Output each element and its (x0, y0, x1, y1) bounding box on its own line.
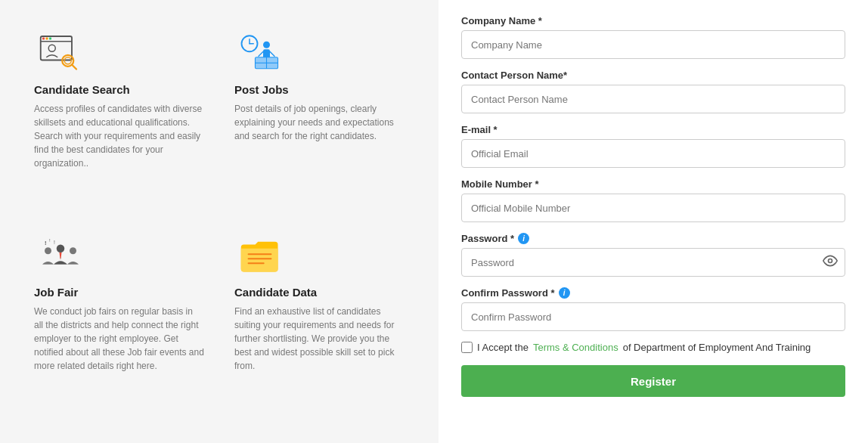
svg-point-5 (48, 45, 55, 51)
email-label: E-mail * (461, 124, 845, 135)
company-name-input[interactable] (461, 30, 845, 59)
password-toggle-eye-icon[interactable] (823, 253, 838, 271)
feature-candidate-data: Candidate Data Find an exhaustive list o… (223, 225, 416, 420)
mobile-group: Mobile Number * (461, 178, 845, 222)
contact-person-input[interactable] (461, 85, 845, 113)
candidate-data-icon (234, 233, 287, 278)
svg-rect-2 (42, 37, 45, 39)
post-jobs-icon (234, 30, 287, 76)
svg-text:!: ! (54, 239, 55, 244)
candidate-data-title: Candidate Data (234, 286, 405, 299)
svg-rect-3 (46, 37, 48, 39)
confirm-password-group: Confirm Password * i (461, 287, 845, 331)
password-input[interactable] (461, 248, 845, 277)
job-fair-title: Job Fair (34, 286, 204, 299)
contact-person-group: Contact Person Name* (461, 70, 845, 113)
svg-point-20 (45, 247, 51, 254)
svg-line-18 (270, 51, 274, 56)
feature-candidate-search: Candidate Search Access profiles of cand… (23, 23, 215, 218)
confirm-password-label: Confirm Password * i (461, 287, 845, 299)
password-group: Password * i (461, 233, 845, 277)
svg-point-12 (263, 41, 270, 48)
terms-checkbox[interactable] (461, 342, 473, 353)
terms-link[interactable]: Terms & Conditions (533, 342, 618, 353)
password-label: Password * i (461, 233, 845, 244)
email-group: E-mail * (461, 124, 845, 168)
company-name-group: Company Name * (461, 15, 845, 59)
job-fair-icon: ! ! ! (34, 233, 87, 278)
svg-point-30 (829, 259, 832, 263)
registration-form: Company Name * Contact Person Name* E-ma… (439, 0, 868, 443)
svg-marker-26 (60, 257, 61, 260)
terms-before-text: I Accept the (477, 342, 529, 353)
job-fair-desc: We conduct job fairs on regular basis in… (34, 305, 204, 373)
mobile-label: Mobile Number * (461, 178, 845, 190)
password-wrapper (461, 248, 845, 277)
candidate-search-desc: Access profiles of candidates with diver… (34, 102, 204, 170)
post-jobs-desc: Post details of job openings, clearly ex… (234, 102, 405, 143)
company-name-label: Company Name * (461, 15, 845, 26)
confirm-password-input[interactable] (461, 302, 845, 331)
svg-text:!: ! (45, 239, 47, 246)
post-jobs-title: Post Jobs (234, 83, 405, 96)
svg-point-21 (70, 247, 76, 254)
candidate-search-icon (34, 30, 87, 76)
svg-text:!: ! (49, 237, 51, 242)
left-panel: Candidate Search Access profiles of cand… (0, 0, 439, 443)
svg-line-7 (72, 64, 76, 69)
terms-row: I Accept the Terms & Conditions of Depar… (461, 342, 845, 353)
register-button[interactable]: Register (461, 365, 845, 397)
confirm-password-info-icon[interactable]: i (559, 287, 570, 299)
feature-post-jobs: Post Jobs Post details of job openings, … (223, 23, 416, 218)
svg-rect-4 (49, 37, 51, 39)
feature-job-fair: ! ! ! Job Fair We conduct job fairs on r… (23, 225, 215, 420)
email-input[interactable] (461, 139, 845, 168)
svg-marker-25 (60, 252, 62, 257)
svg-line-17 (259, 51, 263, 56)
password-info-icon[interactable]: i (518, 233, 529, 244)
svg-point-19 (57, 244, 65, 252)
terms-after-text: of Department of Employment And Training (623, 342, 811, 353)
mobile-input[interactable] (461, 194, 845, 222)
contact-person-label: Contact Person Name* (461, 70, 845, 81)
candidate-search-title: Candidate Search (34, 83, 204, 96)
candidate-data-desc: Find an exhaustive list of candidates su… (234, 305, 405, 373)
